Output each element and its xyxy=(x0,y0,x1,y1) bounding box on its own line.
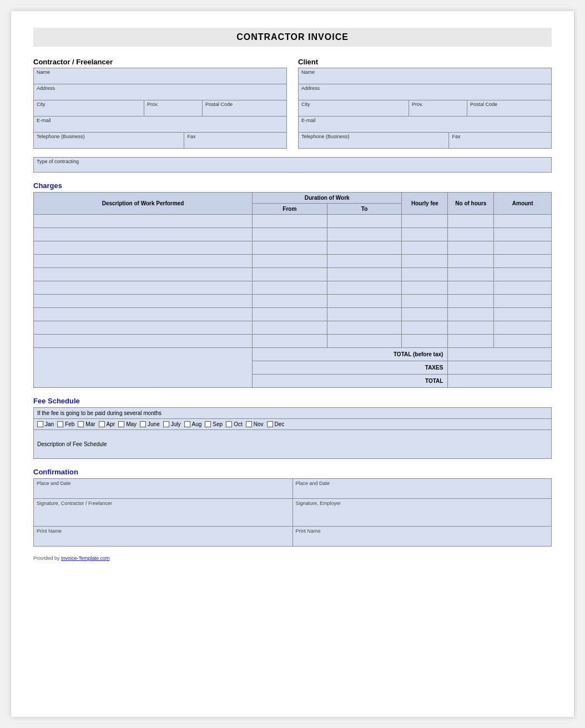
contractor-name-field[interactable]: Name xyxy=(34,68,286,84)
taxes-value[interactable] xyxy=(448,361,552,375)
charges-row-2[interactable] xyxy=(34,228,552,241)
confirm-place-date-left-label: Place and Date xyxy=(37,481,71,486)
contractor-prov-field[interactable]: Prov. xyxy=(144,100,203,116)
charges-row-10[interactable] xyxy=(34,335,552,348)
month-item-aug: Aug xyxy=(184,421,202,427)
contractor-city-field[interactable]: City xyxy=(34,100,144,116)
month-label-may: May xyxy=(126,421,137,427)
charges-row-6[interactable] xyxy=(34,281,552,295)
total-value[interactable] xyxy=(448,375,552,388)
fee-description-cell[interactable]: Description of Fee Schedule xyxy=(34,430,552,459)
confirm-place-date-right[interactable]: Place and Date xyxy=(292,479,552,499)
month-item-dec: Dec xyxy=(267,421,285,427)
client-postal-field[interactable]: Postal Code xyxy=(467,100,551,116)
contractor-name-label: Name xyxy=(37,69,284,75)
month-checkbox-nov[interactable] xyxy=(246,421,252,427)
client-prov-field[interactable]: Prov. xyxy=(409,100,467,116)
total-before-tax-value[interactable] xyxy=(448,348,552,361)
fee-months-row: JanFebMarAprMayJuneJulyAugSepOctNovDec xyxy=(34,419,552,430)
contractor-tel-row: Telephone (Business) Fax xyxy=(33,132,287,149)
type-of-contracting-label: Type of contracting xyxy=(37,159,548,164)
confirm-place-date-right-label: Place and Date xyxy=(296,481,330,486)
contractor-fax-field[interactable]: Fax xyxy=(184,133,286,148)
month-item-jan: Jan xyxy=(37,421,54,427)
confirm-print-row: Print Name Print Name xyxy=(34,527,552,547)
col-duration: Duration of Work xyxy=(252,193,402,204)
charges-row-7[interactable] xyxy=(34,295,552,308)
charges-section: Charges Description of Work Performed Du… xyxy=(33,181,552,388)
col-no-hours: No of hours xyxy=(448,193,494,215)
col-no-hours-label: No of hours xyxy=(455,200,486,206)
month-item-nov: Nov xyxy=(246,421,264,427)
month-checkbox-sep[interactable] xyxy=(205,421,211,427)
charges-row-4[interactable] xyxy=(34,255,552,268)
type-of-contracting-field[interactable]: Type of contracting xyxy=(33,157,552,173)
client-tel-field[interactable]: Telephone (Business) xyxy=(299,133,449,148)
client-fax-label: Fax xyxy=(452,134,548,139)
contractor-city-label: City xyxy=(37,102,141,107)
month-item-apr: Apr xyxy=(99,421,115,427)
contractor-email-label: E-mail xyxy=(37,118,284,123)
confirm-signature-right-label: Signature, Employer xyxy=(296,501,341,506)
month-checkbox-aug[interactable] xyxy=(184,421,190,427)
month-checkbox-may[interactable] xyxy=(118,421,124,427)
client-city-field[interactable]: City xyxy=(299,100,409,116)
contractor-postal-field[interactable]: Postal Code xyxy=(203,100,286,116)
month-label-oct: Oct xyxy=(234,421,243,427)
client-prov-label: Prov. xyxy=(412,102,464,107)
client-address-row: Address xyxy=(298,84,552,100)
confirm-signature-row: Signature, Contractor / Freelancer Signa… xyxy=(34,499,552,527)
charges-row-1[interactable] xyxy=(34,215,552,228)
client-email-label: E-mail xyxy=(301,118,548,123)
month-checkbox-dec[interactable] xyxy=(267,421,273,427)
charges-row-8[interactable] xyxy=(34,308,552,321)
charges-row-5[interactable] xyxy=(34,268,552,281)
confirm-signature-right[interactable]: Signature, Employer xyxy=(292,499,552,527)
contractor-email-field[interactable]: E-mail xyxy=(34,117,286,132)
client-name-field[interactable]: Name xyxy=(299,68,551,84)
contractor-city-row: City Prov. Postal Code xyxy=(33,100,287,117)
month-checkbox-oct[interactable] xyxy=(226,421,232,427)
col-hourly: Hourly fee xyxy=(402,193,448,215)
charges-table: Description of Work Performed Duration o… xyxy=(33,192,552,388)
month-checkbox-jan[interactable] xyxy=(37,421,43,427)
month-checkbox-july[interactable] xyxy=(163,421,169,427)
total-before-tax-row: TOTAL (before tax) xyxy=(34,348,552,361)
client-tel-row: Telephone (Business) Fax xyxy=(298,132,552,149)
month-item-mar: Mar xyxy=(78,421,95,427)
month-label-nov: Nov xyxy=(254,421,264,427)
charges-row-9[interactable] xyxy=(34,321,552,335)
client-tel-label: Telephone (Business) xyxy=(301,134,446,139)
confirm-print-right[interactable]: Print Name xyxy=(292,527,552,547)
contractor-block: Contractor / Freelancer Name Address Cit… xyxy=(33,58,287,149)
contractor-fax-label: Fax xyxy=(187,134,284,139)
contractor-tel-field[interactable]: Telephone (Business) xyxy=(34,133,184,148)
col-description: Description of Work Performed xyxy=(34,193,253,215)
client-email-field[interactable]: E-mail xyxy=(299,117,551,132)
month-item-june: June xyxy=(140,421,160,427)
confirm-place-date-row: Place and Date Place and Date xyxy=(34,479,552,499)
confirmation-table: Place and Date Place and Date Signature,… xyxy=(33,478,552,547)
confirm-place-date-left[interactable]: Place and Date xyxy=(34,479,293,499)
month-item-may: May xyxy=(118,421,137,427)
total-label: TOTAL xyxy=(252,375,447,388)
contractor-name-row: Name xyxy=(33,68,287,84)
month-label-aug: Aug xyxy=(192,421,202,427)
confirm-print-left[interactable]: Print Name xyxy=(34,527,293,547)
client-address-field[interactable]: Address xyxy=(299,84,551,100)
month-label-june: June xyxy=(148,421,160,427)
confirm-signature-left[interactable]: Signature, Contractor / Freelancer xyxy=(34,499,293,527)
footer-link[interactable]: Invoice-Template.com xyxy=(61,555,110,561)
month-checkbox-apr[interactable] xyxy=(99,421,105,427)
client-postal-label: Postal Code xyxy=(470,102,548,107)
charges-row-3[interactable] xyxy=(34,241,552,255)
month-checkbox-mar[interactable] xyxy=(78,421,84,427)
fee-description-label: Description of Fee Schedule xyxy=(37,441,107,447)
client-fax-field[interactable]: Fax xyxy=(449,133,551,148)
month-checkbox-feb[interactable] xyxy=(57,421,63,427)
month-checkbox-june[interactable] xyxy=(140,421,146,427)
month-label-dec: Dec xyxy=(275,421,285,427)
contractor-address-field[interactable]: Address xyxy=(34,84,286,100)
month-item-july: July xyxy=(163,421,181,427)
month-item-sep: Sep xyxy=(205,421,223,427)
